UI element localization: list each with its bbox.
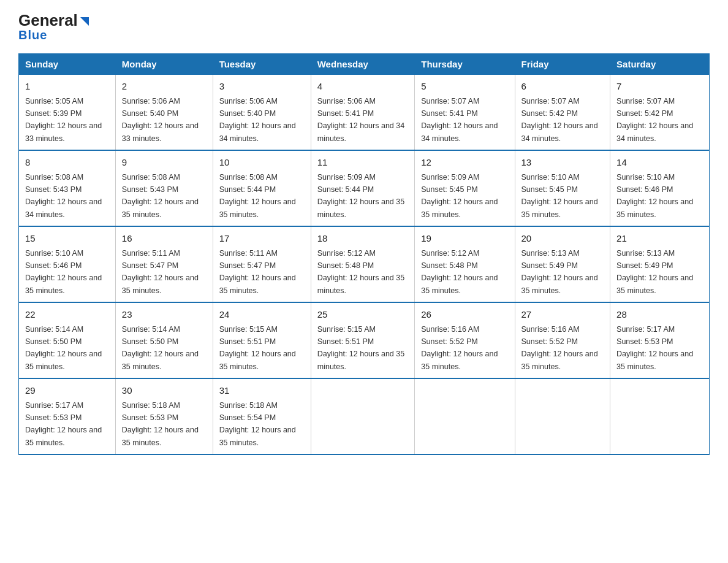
calendar-cell: 28 Sunrise: 5:17 AMSunset: 5:53 PMDaylig… [610, 302, 710, 378]
calendar-cell: 31 Sunrise: 5:18 AMSunset: 5:54 PMDaylig… [213, 378, 311, 454]
day-info: Sunrise: 5:08 AMSunset: 5:44 PMDaylight:… [219, 173, 296, 219]
calendar-cell: 11 Sunrise: 5:09 AMSunset: 5:44 PMDaylig… [311, 150, 415, 226]
calendar-week-row: 1 Sunrise: 5:05 AMSunset: 5:39 PMDayligh… [19, 75, 710, 151]
day-number: 25 [317, 308, 409, 322]
day-info: Sunrise: 5:10 AMSunset: 5:46 PMDaylight:… [25, 249, 102, 295]
day-number: 24 [219, 308, 305, 322]
day-number: 2 [122, 80, 207, 94]
header-wednesday: Wednesday [311, 54, 415, 75]
calendar-header-row: SundayMondayTuesdayWednesdayThursdayFrid… [19, 54, 710, 75]
day-number: 23 [122, 308, 207, 322]
calendar-cell: 19 Sunrise: 5:12 AMSunset: 5:48 PMDaylig… [415, 226, 515, 302]
day-info: Sunrise: 5:13 AMSunset: 5:49 PMDaylight:… [521, 249, 598, 295]
calendar-cell: 2 Sunrise: 5:06 AMSunset: 5:40 PMDayligh… [115, 75, 213, 151]
calendar-cell: 12 Sunrise: 5:09 AMSunset: 5:45 PMDaylig… [415, 150, 515, 226]
day-info: Sunrise: 5:15 AMSunset: 5:51 PMDaylight:… [317, 325, 404, 371]
day-number: 22 [25, 308, 109, 322]
day-info: Sunrise: 5:17 AMSunset: 5:53 PMDaylight:… [25, 401, 102, 447]
day-number: 10 [219, 156, 305, 170]
calendar-week-row: 29 Sunrise: 5:17 AMSunset: 5:53 PMDaylig… [19, 378, 710, 454]
calendar-cell: 1 Sunrise: 5:05 AMSunset: 5:39 PMDayligh… [19, 75, 116, 151]
day-number: 11 [317, 156, 409, 170]
calendar-cell: 23 Sunrise: 5:14 AMSunset: 5:50 PMDaylig… [115, 302, 213, 378]
logo-blue-text: Blue [18, 28, 47, 42]
day-info: Sunrise: 5:06 AMSunset: 5:41 PMDaylight:… [317, 97, 404, 143]
day-info: Sunrise: 5:18 AMSunset: 5:53 PMDaylight:… [122, 401, 199, 447]
calendar-table: SundayMondayTuesdayWednesdayThursdayFrid… [18, 53, 710, 455]
header-friday: Friday [515, 54, 610, 75]
day-number: 28 [616, 308, 703, 322]
day-info: Sunrise: 5:12 AMSunset: 5:48 PMDaylight:… [317, 249, 404, 295]
day-info: Sunrise: 5:08 AMSunset: 5:43 PMDaylight:… [25, 173, 102, 219]
calendar-cell: 22 Sunrise: 5:14 AMSunset: 5:50 PMDaylig… [19, 302, 116, 378]
day-info: Sunrise: 5:09 AMSunset: 5:45 PMDaylight:… [421, 173, 498, 219]
calendar-cell [415, 378, 515, 454]
header-monday: Monday [115, 54, 213, 75]
day-number: 26 [421, 308, 508, 322]
calendar-cell: 10 Sunrise: 5:08 AMSunset: 5:44 PMDaylig… [213, 150, 311, 226]
logo-general-text: General [18, 12, 78, 28]
calendar-cell: 5 Sunrise: 5:07 AMSunset: 5:41 PMDayligh… [415, 75, 515, 151]
calendar-cell: 17 Sunrise: 5:11 AMSunset: 5:47 PMDaylig… [213, 226, 311, 302]
calendar-cell: 26 Sunrise: 5:16 AMSunset: 5:52 PMDaylig… [415, 302, 515, 378]
day-number: 30 [122, 384, 207, 398]
calendar-cell: 30 Sunrise: 5:18 AMSunset: 5:53 PMDaylig… [115, 378, 213, 454]
day-info: Sunrise: 5:13 AMSunset: 5:49 PMDaylight:… [616, 249, 693, 295]
day-info: Sunrise: 5:05 AMSunset: 5:39 PMDaylight:… [25, 97, 102, 143]
calendar-cell: 18 Sunrise: 5:12 AMSunset: 5:48 PMDaylig… [311, 226, 415, 302]
day-number: 6 [521, 80, 604, 94]
day-info: Sunrise: 5:11 AMSunset: 5:47 PMDaylight:… [219, 249, 296, 295]
day-number: 7 [616, 80, 703, 94]
day-info: Sunrise: 5:07 AMSunset: 5:42 PMDaylight:… [616, 97, 693, 143]
calendar-cell [515, 378, 610, 454]
day-info: Sunrise: 5:10 AMSunset: 5:46 PMDaylight:… [616, 173, 693, 219]
day-info: Sunrise: 5:07 AMSunset: 5:42 PMDaylight:… [521, 97, 598, 143]
day-number: 9 [122, 156, 207, 170]
day-number: 13 [521, 156, 604, 170]
day-info: Sunrise: 5:06 AMSunset: 5:40 PMDaylight:… [219, 97, 296, 143]
day-info: Sunrise: 5:16 AMSunset: 5:52 PMDaylight:… [421, 325, 498, 371]
header-tuesday: Tuesday [213, 54, 311, 75]
day-number: 31 [219, 384, 305, 398]
day-info: Sunrise: 5:12 AMSunset: 5:48 PMDaylight:… [421, 249, 498, 295]
calendar-cell: 25 Sunrise: 5:15 AMSunset: 5:51 PMDaylig… [311, 302, 415, 378]
calendar-cell: 16 Sunrise: 5:11 AMSunset: 5:47 PMDaylig… [115, 226, 213, 302]
day-info: Sunrise: 5:07 AMSunset: 5:41 PMDaylight:… [421, 97, 498, 143]
day-info: Sunrise: 5:16 AMSunset: 5:52 PMDaylight:… [521, 325, 598, 371]
calendar-week-row: 22 Sunrise: 5:14 AMSunset: 5:50 PMDaylig… [19, 302, 710, 378]
calendar-cell: 9 Sunrise: 5:08 AMSunset: 5:43 PMDayligh… [115, 150, 213, 226]
calendar-week-row: 15 Sunrise: 5:10 AMSunset: 5:46 PMDaylig… [19, 226, 710, 302]
day-number: 17 [219, 232, 305, 246]
calendar-cell: 21 Sunrise: 5:13 AMSunset: 5:49 PMDaylig… [610, 226, 710, 302]
calendar-cell: 24 Sunrise: 5:15 AMSunset: 5:51 PMDaylig… [213, 302, 311, 378]
day-number: 20 [521, 232, 604, 246]
calendar-cell: 3 Sunrise: 5:06 AMSunset: 5:40 PMDayligh… [213, 75, 311, 151]
day-number: 27 [521, 308, 604, 322]
day-number: 12 [421, 156, 508, 170]
day-info: Sunrise: 5:17 AMSunset: 5:53 PMDaylight:… [616, 325, 693, 371]
day-number: 29 [25, 384, 109, 398]
day-number: 21 [616, 232, 703, 246]
calendar-cell: 13 Sunrise: 5:10 AMSunset: 5:45 PMDaylig… [515, 150, 610, 226]
day-info: Sunrise: 5:09 AMSunset: 5:44 PMDaylight:… [317, 173, 404, 219]
calendar-week-row: 8 Sunrise: 5:08 AMSunset: 5:43 PMDayligh… [19, 150, 710, 226]
calendar-cell: 6 Sunrise: 5:07 AMSunset: 5:42 PMDayligh… [515, 75, 610, 151]
logo-triangle-icon [78, 15, 89, 26]
day-info: Sunrise: 5:18 AMSunset: 5:54 PMDaylight:… [219, 401, 296, 447]
svg-marker-0 [80, 17, 89, 26]
day-number: 16 [122, 232, 207, 246]
day-info: Sunrise: 5:11 AMSunset: 5:47 PMDaylight:… [122, 249, 199, 295]
header-saturday: Saturday [610, 54, 710, 75]
calendar-cell: 7 Sunrise: 5:07 AMSunset: 5:42 PMDayligh… [610, 75, 710, 151]
calendar-cell: 20 Sunrise: 5:13 AMSunset: 5:49 PMDaylig… [515, 226, 610, 302]
day-number: 18 [317, 232, 409, 246]
calendar-cell: 27 Sunrise: 5:16 AMSunset: 5:52 PMDaylig… [515, 302, 610, 378]
header-sunday: Sunday [19, 54, 116, 75]
day-info: Sunrise: 5:14 AMSunset: 5:50 PMDaylight:… [122, 325, 199, 371]
calendar-cell: 8 Sunrise: 5:08 AMSunset: 5:43 PMDayligh… [19, 150, 116, 226]
calendar-cell: 4 Sunrise: 5:06 AMSunset: 5:41 PMDayligh… [311, 75, 415, 151]
day-info: Sunrise: 5:06 AMSunset: 5:40 PMDaylight:… [122, 97, 199, 143]
logo: General Blue [18, 12, 89, 42]
day-info: Sunrise: 5:08 AMSunset: 5:43 PMDaylight:… [122, 173, 199, 219]
day-number: 4 [317, 80, 409, 94]
